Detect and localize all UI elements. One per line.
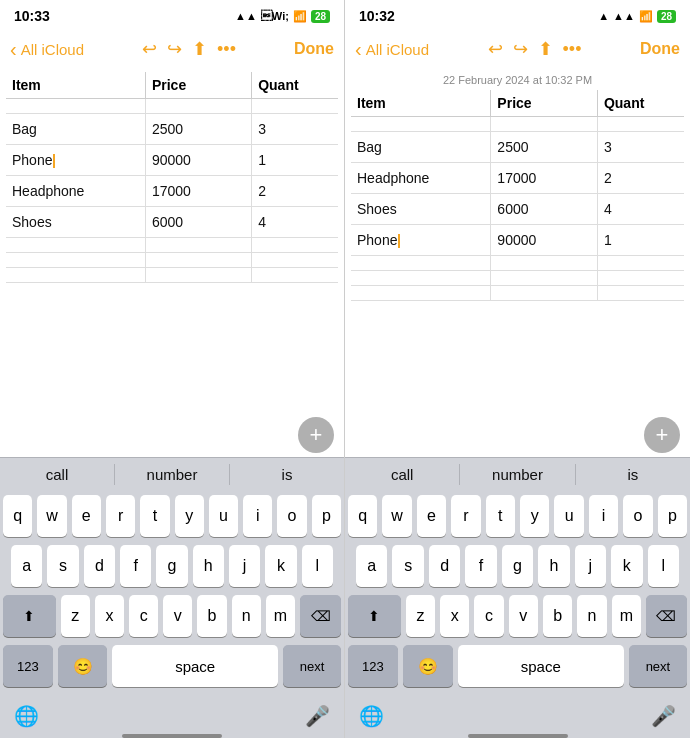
key-k[interactable]: k bbox=[265, 545, 296, 587]
right-share-icon[interactable]: ⬆ bbox=[538, 38, 553, 60]
key-h[interactable]: h bbox=[193, 545, 224, 587]
left-cell-price-6[interactable] bbox=[145, 253, 251, 268]
key-f[interactable]: f bbox=[120, 545, 151, 587]
right-cell-item-6[interactable] bbox=[351, 271, 491, 286]
right-cell-item-7[interactable] bbox=[351, 286, 491, 301]
right-key-i[interactable]: i bbox=[589, 495, 618, 537]
left-cell-quant-2[interactable]: 1 bbox=[252, 145, 338, 176]
right-key-g[interactable]: g bbox=[502, 545, 533, 587]
right-key-h[interactable]: h bbox=[538, 545, 569, 587]
key-s[interactable]: s bbox=[47, 545, 78, 587]
left-nav-left[interactable]: ‹ All iCloud bbox=[10, 38, 84, 61]
right-nav-title[interactable]: All iCloud bbox=[366, 41, 429, 58]
left-cell-price-1[interactable]: 2500 bbox=[145, 114, 251, 145]
key-w[interactable]: w bbox=[37, 495, 66, 537]
right-key-b[interactable]: b bbox=[543, 595, 572, 637]
left-cell-item-4[interactable]: Shoes bbox=[6, 207, 145, 238]
key-d[interactable]: d bbox=[84, 545, 115, 587]
left-add-row-button[interactable]: + bbox=[298, 417, 334, 453]
key-t[interactable]: t bbox=[140, 495, 169, 537]
left-cell-item-6[interactable] bbox=[6, 253, 145, 268]
left-cell-quant-7[interactable] bbox=[252, 268, 338, 283]
key-e[interactable]: e bbox=[72, 495, 101, 537]
right-more-icon[interactable]: ••• bbox=[563, 39, 582, 60]
right-key-n[interactable]: n bbox=[577, 595, 606, 637]
right-key-e[interactable]: e bbox=[417, 495, 446, 537]
left-globe-icon[interactable]: 🌐 bbox=[14, 704, 39, 728]
key-a[interactable]: a bbox=[11, 545, 42, 587]
right-cell-price-2[interactable]: 17000 bbox=[491, 163, 598, 194]
right-shift-key[interactable]: ⬆ bbox=[348, 595, 401, 637]
right-cell-item-1[interactable]: Bag bbox=[351, 132, 491, 163]
left-pred-call[interactable]: call bbox=[0, 464, 115, 485]
right-key-t[interactable]: t bbox=[486, 495, 515, 537]
left-more-icon[interactable]: ••• bbox=[217, 39, 236, 60]
key-m[interactable]: m bbox=[266, 595, 295, 637]
right-emoji-key[interactable]: 😊 bbox=[403, 645, 453, 687]
key-i[interactable]: i bbox=[243, 495, 272, 537]
right-key-p[interactable]: p bbox=[658, 495, 687, 537]
right-back-arrow-icon[interactable]: ‹ bbox=[355, 38, 362, 61]
key-n[interactable]: n bbox=[232, 595, 261, 637]
right-done-button[interactable]: Done bbox=[640, 40, 680, 58]
left-cell-item-5[interactable] bbox=[6, 238, 145, 253]
right-key-f[interactable]: f bbox=[465, 545, 496, 587]
right-cell-price-5[interactable] bbox=[491, 256, 598, 271]
key-o[interactable]: o bbox=[277, 495, 306, 537]
left-cell-item-2[interactable]: ⠿ Phone bbox=[6, 145, 145, 176]
left-cell-quant-3[interactable]: 2 bbox=[252, 176, 338, 207]
right-key-y[interactable]: y bbox=[520, 495, 549, 537]
key-b[interactable]: b bbox=[197, 595, 226, 637]
left-cell-price-5[interactable] bbox=[145, 238, 251, 253]
key-x[interactable]: x bbox=[95, 595, 124, 637]
right-key-m[interactable]: m bbox=[612, 595, 641, 637]
right-cell-price-4[interactable]: 90000 bbox=[491, 225, 598, 256]
left-cell-item-0[interactable] bbox=[6, 99, 145, 114]
left-cell-quant-0[interactable] bbox=[252, 99, 338, 114]
right-cell-item-3[interactable]: Shoes bbox=[351, 194, 491, 225]
right-key-q[interactable]: q bbox=[348, 495, 377, 537]
key-q[interactable]: q bbox=[3, 495, 32, 537]
right-cell-quant-0[interactable] bbox=[597, 117, 684, 132]
right-key-j[interactable]: j bbox=[575, 545, 606, 587]
key-j[interactable]: j bbox=[229, 545, 260, 587]
left-cell-quant-6[interactable] bbox=[252, 253, 338, 268]
right-cell-price-3[interactable]: 6000 bbox=[491, 194, 598, 225]
left-undo-icon[interactable]: ↩ bbox=[142, 38, 157, 60]
left-pred-number[interactable]: number bbox=[115, 464, 230, 485]
right-cell-item-0[interactable] bbox=[351, 117, 491, 132]
right-key-z[interactable]: z bbox=[406, 595, 435, 637]
key-z[interactable]: z bbox=[61, 595, 90, 637]
right-redo-icon[interactable]: ↪ bbox=[513, 38, 528, 60]
left-cell-price-2[interactable]: 90000 bbox=[145, 145, 251, 176]
right-key-r[interactable]: r bbox=[451, 495, 480, 537]
right-cell-item-4[interactable]: ⠿ Phone bbox=[351, 225, 491, 256]
right-cell-price-6[interactable] bbox=[491, 271, 598, 286]
right-cell-quant-7[interactable] bbox=[597, 286, 684, 301]
left-cell-quant-4[interactable]: 4 bbox=[252, 207, 338, 238]
left-cell-price-3[interactable]: 17000 bbox=[145, 176, 251, 207]
right-next-key[interactable]: next bbox=[629, 645, 687, 687]
left-space-key[interactable]: space bbox=[112, 645, 278, 687]
left-num-key[interactable]: 123 bbox=[3, 645, 53, 687]
left-nav-title[interactable]: All iCloud bbox=[21, 41, 84, 58]
right-mic-icon[interactable]: 🎤 bbox=[651, 704, 676, 728]
right-key-d[interactable]: d bbox=[429, 545, 460, 587]
right-cell-price-0[interactable] bbox=[491, 117, 598, 132]
left-shift-key[interactable]: ⬆ bbox=[3, 595, 56, 637]
right-cell-quant-1[interactable]: 3 bbox=[597, 132, 684, 163]
right-key-x[interactable]: x bbox=[440, 595, 469, 637]
key-u[interactable]: u bbox=[209, 495, 238, 537]
left-redo-icon[interactable]: ↪ bbox=[167, 38, 182, 60]
left-back-arrow-icon[interactable]: ‹ bbox=[10, 38, 17, 61]
right-key-l[interactable]: l bbox=[648, 545, 679, 587]
left-mic-icon[interactable]: 🎤 bbox=[305, 704, 330, 728]
right-delete-key[interactable]: ⌫ bbox=[646, 595, 687, 637]
right-key-a[interactable]: a bbox=[356, 545, 387, 587]
left-pred-is[interactable]: is bbox=[230, 464, 344, 485]
left-share-icon[interactable]: ⬆ bbox=[192, 38, 207, 60]
right-cell-quant-3[interactable]: 4 bbox=[597, 194, 684, 225]
left-cell-price-4[interactable]: 6000 bbox=[145, 207, 251, 238]
left-delete-key[interactable]: ⌫ bbox=[300, 595, 341, 637]
left-cell-price-7[interactable] bbox=[145, 268, 251, 283]
